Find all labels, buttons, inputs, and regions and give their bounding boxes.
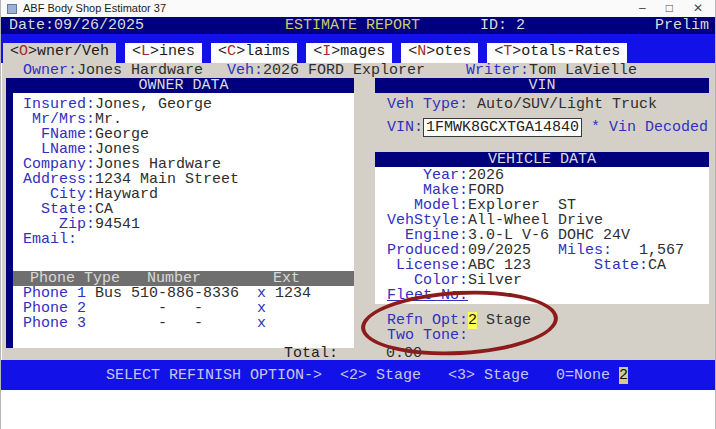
tab-text: < [494, 43, 503, 60]
vin-section-header: VIN [375, 78, 709, 93]
report-date: Date:09/26/2025 [9, 18, 144, 33]
field-value: CA [648, 257, 666, 274]
data-row: Model:Explorer ST [387, 198, 709, 213]
main-content: Owner:Jones Hardware Veh:2026 FORD Explo… [2, 63, 716, 360]
field-value: 1234 [266, 285, 311, 302]
tab-text: >otals-Rates [512, 43, 620, 60]
total-label: Total: [284, 346, 338, 361]
veh-type-label: Veh Type: [387, 96, 477, 113]
writer-label: Writer: [466, 62, 529, 79]
data-row: Address:1234 Main Street [23, 172, 354, 187]
prompt-bar: SELECT REFINISH OPTION-> <2> Stage <3> S… [1, 360, 715, 390]
data-row: Produced:09/2025 Miles: 1,567 [387, 243, 709, 258]
vin-field[interactable]: 1FMWK8GCXTGA14840 [423, 118, 582, 137]
data-row: Phone 3 - - x [23, 316, 311, 331]
data-row: Engine:3.0-L V-6 DOHC 24V [387, 228, 709, 243]
title-bar: ABF Body Shop Estimator 37 – □ ✕ [1, 0, 715, 17]
tab-strip: <O>wner/Veh<L>ines<C>laims<I>mages<N>ote… [1, 34, 715, 63]
tab-totals-rates[interactable]: <T>otals-Rates [487, 43, 627, 63]
field-label: Email: [23, 231, 77, 248]
tab-notes[interactable]: <N>otes [401, 43, 478, 63]
data-row: FName:George [23, 127, 354, 142]
vin-label: VIN: [387, 119, 423, 136]
tab-text: < [132, 43, 141, 60]
owner-data-header: OWNER DATA [13, 78, 354, 93]
prompt-cursor: 2 [619, 367, 628, 384]
veh-value: 2026 FORD Explorer [263, 62, 425, 79]
vehicle-data-panel: Year:2026 Make:FORD Model:Explorer STVeh… [375, 167, 709, 304]
tab-images[interactable]: <I>mages [306, 43, 392, 63]
field-label: State: [531, 257, 648, 274]
owner-fields: Insured:Jones, George Mr/Mrs:Mr. FName:G… [13, 97, 354, 247]
data-row: Phone 1 Bus 510-886-8336 x 1234 [23, 286, 311, 301]
tab-text: < [408, 43, 417, 60]
tab-hotkey: C [227, 43, 236, 60]
data-row: City:Hayward [23, 187, 354, 202]
vin-row: VIN:1FMWK8GCXTGA14840 * Vin Decoded [387, 120, 708, 135]
phone-table: Phone 1 Bus 510-886-8336 x 1234Phone 2 -… [13, 286, 311, 331]
tab-text: < [218, 43, 227, 60]
window-controls: – □ ✕ [639, 1, 703, 16]
tab-owner-veh[interactable]: <O>wner/Veh [3, 43, 116, 63]
report-header-bar: Date:09/26/2025 ESTIMATE REPORT ID: 2 Pr… [1, 17, 715, 34]
veh-label: Veh: [227, 62, 263, 79]
phone-table-header: Phone Type Number Ext [13, 271, 354, 286]
maximize-button[interactable]: □ [666, 1, 673, 16]
data-row: Company:Jones Hardware [23, 157, 354, 172]
tab-lines[interactable]: <L>ines [125, 43, 202, 63]
app-window: ABF Body Shop Estimator 37 – □ ✕ Date:09… [0, 0, 716, 429]
vin-decoded-note: * Vin Decoded [582, 119, 708, 136]
summary-vehicle: Veh:2026 FORD Explorer [227, 63, 425, 78]
owner-data-panel: OWNER DATA Insured:Jones, George Mr/Mrs:… [6, 78, 354, 348]
app-icon [7, 4, 17, 14]
data-row: Phone 2 - - x [23, 301, 311, 316]
tab-hotkey: L [141, 43, 150, 60]
data-row: Color:Silver [387, 273, 709, 288]
refinish-prompt: SELECT REFINISH OPTION-> <2> Stage <3> S… [106, 368, 628, 383]
data-row: Make:FORD [387, 183, 709, 198]
tab-claims[interactable]: <C>laims [211, 43, 297, 63]
prompt-text: SELECT REFINISH OPTION-> <2> Stage <3> S… [106, 367, 619, 384]
data-row: Year:2026 [387, 168, 709, 183]
field-value: Silver [468, 272, 522, 289]
data-row: Email: [23, 232, 354, 247]
data-row: Zip:94541 [23, 217, 354, 232]
report-title: ESTIMATE REPORT [285, 18, 420, 33]
data-row: Mr/Mrs:Mr. [23, 112, 354, 127]
data-row: State:CA [23, 202, 354, 217]
field-value: - - [86, 315, 257, 332]
tab-hotkey: T [503, 43, 512, 60]
field-label: Phone 3 [23, 315, 86, 332]
tab-text: < [10, 43, 19, 60]
field-value: 94541 [95, 216, 140, 233]
estimate-id: ID: 2 [480, 18, 525, 33]
tab-text: >mages [331, 43, 385, 60]
tab-hotkey: I [322, 43, 331, 60]
tab-text: >ines [150, 43, 195, 60]
close-button[interactable]: ✕ [693, 1, 703, 16]
tab-text: >wner/Veh [28, 43, 109, 60]
data-row: Insured:Jones, George [23, 97, 354, 112]
summary-owner: Owner:Jones Hardware [23, 63, 203, 78]
tab-list: <O>wner/Veh<L>ines<C>laims<I>mages<N>ote… [3, 43, 627, 63]
vehicle-data-header: VEHICLE DATA [375, 152, 709, 167]
field-label: x [257, 315, 266, 332]
tab-hotkey: N [417, 43, 426, 60]
tab-text: < [313, 43, 322, 60]
tab-text: >laims [236, 43, 290, 60]
owner-label: Owner: [23, 62, 77, 79]
tab-text: >otes [426, 43, 471, 60]
window-title: ABF Body Shop Estimator 37 [23, 2, 166, 15]
tab-hotkey: O [19, 43, 28, 60]
summary-writer: Writer:Tom LaVielle [466, 63, 637, 78]
veh-type-row: Veh Type: Auto/SUV/Light Truck [387, 97, 657, 112]
minimize-button[interactable]: – [639, 1, 646, 16]
data-row: LName:Jones [23, 142, 354, 157]
data-row: VehStyle:All-Wheel Drive [387, 213, 709, 228]
veh-type-value: Auto/SUV/Light Truck [477, 96, 657, 113]
data-row: License:ABC 123 State:CA [387, 258, 709, 273]
status-badge: Prelim [655, 18, 709, 33]
